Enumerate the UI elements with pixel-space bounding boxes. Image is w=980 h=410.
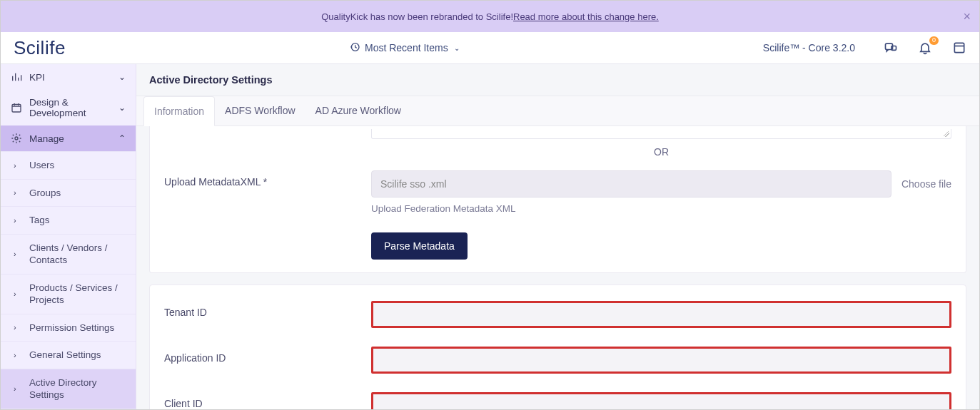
- feedback-icon[interactable]: [884, 41, 898, 55]
- application-id-label: Application ID: [164, 347, 371, 364]
- chevron-down-icon: ⌄: [118, 72, 126, 82]
- sidebar-item-kpi[interactable]: KPI ⌄: [1, 64, 136, 90]
- sidebar-sub-users[interactable]: › Users: [1, 151, 136, 179]
- upload-helper-text: Upload Federation Metadata XML: [371, 203, 951, 214]
- chevron-up-icon: ⌃: [118, 133, 126, 143]
- tab-information[interactable]: Information: [143, 96, 215, 126]
- sidebar-sub-general[interactable]: › General Settings: [1, 341, 136, 369]
- upload-label: Upload MetadataXML *: [164, 170, 371, 188]
- history-icon: [349, 41, 360, 55]
- tenant-id-label: Tenant ID: [164, 301, 371, 318]
- sidebar-sub-clients[interactable]: › Clients / Vendors / Contacts: [1, 234, 136, 274]
- chevron-right-icon: ›: [14, 160, 19, 170]
- sidebar-design-label: Design & Development: [29, 97, 111, 118]
- brand-logo[interactable]: Scilife: [14, 37, 135, 59]
- label: Products / Services / Projects: [29, 282, 126, 307]
- gear-icon: [11, 133, 22, 144]
- upload-metadata-input[interactable]: Scilife sso .xml: [371, 170, 891, 198]
- rebrand-banner: QualityKick has now been rebranded to Sc…: [1, 1, 979, 32]
- parse-metadata-button[interactable]: Parse Metadata: [371, 232, 468, 260]
- tab-azure-workflow[interactable]: AD Azure Workflow: [305, 96, 411, 125]
- ids-card: Tenant ID Application ID Client ID: [149, 285, 966, 410]
- label: Permission Settings: [29, 322, 126, 334]
- calendar-icon: [11, 102, 22, 113]
- metadata-textarea[interactable]: [371, 129, 951, 139]
- chevron-right-icon: ›: [14, 215, 19, 225]
- most-recent-dropdown[interactable]: Most Recent Items ⌄: [349, 41, 460, 55]
- client-id-input[interactable]: [371, 392, 951, 410]
- label: General Settings: [29, 349, 126, 362]
- banner-link[interactable]: Read more about this change here.: [513, 11, 659, 22]
- chevron-right-icon: ›: [14, 188, 19, 198]
- notifications-icon[interactable]: 0: [918, 41, 932, 55]
- sidebar-kpi-label: KPI: [29, 72, 45, 83]
- sidebar-sub-active-directory[interactable]: › Active Directory Settings: [1, 369, 136, 409]
- sidebar: KPI ⌄ Design & Development ⌄ Manage ⌃ › …: [1, 64, 136, 409]
- tab-adfs-workflow[interactable]: ADFS Workflow: [215, 96, 305, 125]
- chevron-right-icon: ›: [14, 350, 19, 360]
- application-id-input[interactable]: [371, 347, 951, 374]
- label: Tags: [29, 214, 126, 227]
- choose-file-button[interactable]: Choose file: [901, 178, 951, 190]
- close-icon[interactable]: ×: [963, 9, 971, 24]
- sidebar-sub-tags[interactable]: › Tags: [1, 206, 136, 234]
- client-id-label: Client ID: [164, 392, 371, 409]
- chevron-right-icon: ›: [14, 322, 19, 332]
- chevron-down-icon: ⌄: [118, 103, 126, 113]
- svg-point-5: [15, 137, 18, 140]
- chevron-right-icon: ›: [14, 384, 19, 394]
- topbar: Scilife Most Recent Items ⌄ Scilife™ - C…: [1, 32, 979, 64]
- or-divider: OR: [371, 146, 951, 158]
- sidebar-item-design[interactable]: Design & Development ⌄: [1, 90, 136, 125]
- chevron-right-icon: ›: [14, 289, 19, 299]
- label: Active Directory Settings: [29, 376, 126, 401]
- chevron-down-icon: ⌄: [454, 44, 460, 52]
- sidebar-sub-products[interactable]: › Products / Services / Projects: [1, 274, 136, 314]
- svg-rect-4: [12, 104, 21, 112]
- tabs: Information ADFS Workflow AD Azure Workf…: [136, 96, 979, 126]
- banner-text: QualityKick has now been rebranded to Sc…: [321, 11, 513, 22]
- page-title: Active Directory Settings: [136, 64, 979, 96]
- tenant-id-input[interactable]: [371, 301, 951, 328]
- label: Clients / Vendors / Contacts: [29, 242, 126, 267]
- panel-icon[interactable]: [952, 41, 966, 55]
- recent-label: Most Recent Items: [365, 42, 448, 53]
- chart-icon: [11, 71, 22, 83]
- sidebar-item-manage[interactable]: Manage ⌃: [1, 125, 136, 151]
- environment-label: Scilife™ - Core 3.2.0: [763, 42, 855, 53]
- sidebar-sub-groups[interactable]: › Groups: [1, 179, 136, 207]
- label: Users: [29, 159, 126, 172]
- label: Groups: [29, 187, 126, 200]
- metadata-card: OR Upload MetadataXML * Scilife sso .xml…: [149, 126, 966, 273]
- notification-badge: 0: [929, 36, 939, 45]
- svg-rect-3: [954, 43, 964, 52]
- sidebar-manage-label: Manage: [29, 133, 64, 144]
- main: Active Directory Settings Information AD…: [136, 64, 979, 409]
- sidebar-sub-syslog[interactable]: › View system log: [1, 409, 136, 409]
- sidebar-sub-permission[interactable]: › Permission Settings: [1, 314, 136, 342]
- chevron-right-icon: ›: [14, 249, 19, 259]
